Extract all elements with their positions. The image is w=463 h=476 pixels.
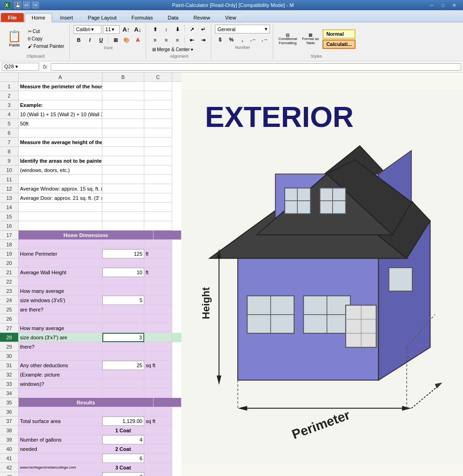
cell-10A[interactable]: (windows, doors, etc.)	[19, 165, 102, 175]
cell-16B[interactable]	[102, 221, 144, 231]
cell-24A[interactable]: size windows (3'x5')	[19, 296, 102, 305]
cell-25B[interactable]	[102, 305, 144, 314]
cell-23A[interactable]: How many average	[19, 286, 102, 296]
cell-40B[interactable]: 2 Coat	[102, 444, 144, 454]
cell-1A[interactable]: Measure the perimeter of the house	[19, 82, 102, 91]
row-header-8[interactable]: 8	[0, 147, 18, 156]
cell-38B[interactable]: 1 Coat	[102, 426, 144, 435]
cut-button[interactable]: ✂ Cut	[26, 28, 67, 35]
row-header-17[interactable]: 17	[0, 231, 18, 240]
cell-11B[interactable]	[102, 175, 144, 184]
cell-32C[interactable]	[144, 370, 172, 379]
cell-7A[interactable]: Measure the average height of the walls	[19, 138, 102, 147]
cell-31A[interactable]: Any other deductions	[19, 361, 102, 370]
col-header-A[interactable]: A	[19, 73, 102, 81]
font-color-button[interactable]: A	[133, 35, 143, 45]
cell-30C[interactable]	[144, 351, 172, 361]
cell-30B[interactable]	[102, 351, 144, 361]
cell-31B[interactable]: 25	[102, 361, 144, 370]
row-header-28[interactable]: 28	[0, 333, 18, 342]
row-header-23[interactable]: 23	[0, 286, 18, 296]
cell-29B[interactable]	[102, 342, 144, 351]
cell-15B[interactable]	[102, 212, 144, 221]
row-header-29[interactable]: 29	[0, 342, 18, 351]
cell-39C[interactable]	[144, 435, 172, 444]
conditional-formatting-button[interactable]: ▤ Conditional Formatting	[277, 31, 298, 47]
cell-20A[interactable]	[19, 258, 102, 268]
close-button[interactable]: ✕	[449, 1, 459, 9]
cell-25C[interactable]	[144, 305, 172, 314]
cell-29A[interactable]: there?	[19, 342, 102, 351]
row-header-22[interactable]: 22	[0, 277, 18, 286]
cell-43B[interactable]: 7	[102, 472, 144, 476]
tab-page-layout[interactable]: Page Layout	[81, 13, 124, 22]
cell-28A[interactable]: size doors (3'x7') are	[19, 333, 102, 342]
row-header-13[interactable]: 13	[0, 193, 18, 203]
cell-6B[interactable]	[102, 128, 144, 138]
cell-27C[interactable]	[144, 324, 172, 333]
cell-33C[interactable]	[144, 379, 172, 389]
cell-35C[interactable]	[154, 398, 181, 407]
bold-button[interactable]: B	[74, 35, 84, 45]
cell-42C[interactable]	[144, 463, 172, 472]
cell-12C[interactable]	[144, 184, 172, 193]
cell-43A[interactable]	[19, 472, 102, 476]
cell-27B[interactable]	[102, 324, 144, 333]
cell-9B[interactable]	[102, 156, 144, 165]
row-header-34[interactable]: 34	[0, 389, 18, 398]
tab-file[interactable]: File	[1, 13, 24, 22]
font-shrink-button[interactable]: A↓	[133, 25, 143, 34]
cell-33B[interactable]	[102, 379, 144, 389]
undo-icon[interactable]: ↩	[23, 1, 30, 9]
increase-indent-button[interactable]: ⇥	[198, 35, 208, 45]
cell-23B[interactable]	[102, 286, 144, 296]
cell-1B[interactable]	[102, 82, 144, 91]
normal-style-button[interactable]: Normal	[322, 29, 356, 39]
row-header-14[interactable]: 14	[0, 203, 18, 212]
cell-31C[interactable]: sq ft	[144, 361, 172, 370]
decrease-decimal-button[interactable]: .←	[248, 35, 259, 44]
row-header-15[interactable]: 15	[0, 212, 18, 221]
name-box[interactable]: Q28 ▾	[2, 63, 39, 71]
row-header-32[interactable]: 32	[0, 370, 18, 379]
cell-42B[interactable]: 3 Coat	[102, 463, 144, 472]
cell-3B[interactable]	[102, 100, 144, 110]
cell-11A[interactable]	[19, 175, 102, 184]
cell-13C[interactable]	[144, 193, 172, 203]
row-header-12[interactable]: 12	[0, 184, 18, 193]
cell-16C[interactable]	[144, 221, 172, 231]
cell-36C[interactable]	[144, 407, 172, 416]
paste-button[interactable]: 📋 Paste	[5, 29, 24, 49]
cell-42A[interactable]: www.heritagechristiancollege.com	[19, 463, 102, 472]
cell-5A[interactable]: 50ft	[19, 119, 102, 128]
cell-6A[interactable]	[19, 128, 102, 138]
row-header-11[interactable]: 11	[0, 175, 18, 184]
cell-18A[interactable]	[19, 240, 102, 249]
cell-24C[interactable]	[144, 296, 172, 305]
formula-input[interactable]	[51, 63, 461, 71]
cell-37A[interactable]: Total surface area	[19, 416, 102, 426]
cell-5B[interactable]	[102, 119, 144, 128]
cell-26A[interactable]	[19, 314, 102, 324]
row-header-42[interactable]: 42	[0, 463, 18, 472]
cell-4A[interactable]: 10 (Wall 1) + 15 (Wall 2) + 10 (Wall 3) …	[19, 110, 102, 119]
cell-24B[interactable]: 5	[102, 296, 144, 305]
cell-17A[interactable]: Home Dimensions	[19, 231, 154, 240]
row-header-6[interactable]: 6	[0, 128, 18, 138]
increase-decimal-button[interactable]: .→	[260, 35, 270, 44]
cell-26C[interactable]	[144, 314, 172, 324]
border-button[interactable]: ⊞	[110, 35, 121, 45]
cell-21B[interactable]: 10	[102, 268, 144, 277]
cell-6C[interactable]	[144, 128, 172, 138]
cell-12A[interactable]: Average Window: approx. 15 sq. ft. (3' x…	[19, 184, 102, 193]
cell-8B[interactable]	[102, 147, 144, 156]
cell-40A[interactable]: needed	[19, 444, 102, 454]
copy-button[interactable]: ⎘ Copy	[26, 35, 67, 42]
row-header-26[interactable]: 26	[0, 314, 18, 324]
cell-28B[interactable]: 3	[102, 333, 144, 342]
cell-25A[interactable]: are there?	[19, 305, 102, 314]
cell-30A[interactable]	[19, 351, 102, 361]
italic-button[interactable]: I	[85, 35, 95, 45]
cell-10C[interactable]	[144, 165, 172, 175]
redo-icon[interactable]: ↪	[32, 1, 39, 9]
